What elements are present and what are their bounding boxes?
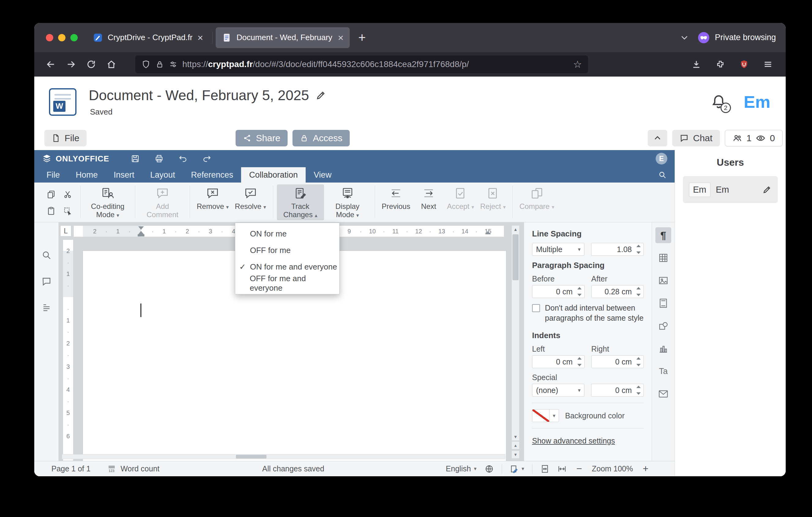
menu-tab-file[interactable]: File xyxy=(38,167,68,183)
comments-icon[interactable] xyxy=(41,276,52,287)
line-spacing-select[interactable]: Multiple▾ xyxy=(532,243,584,256)
vertical-scrollbar[interactable]: ▲ ▼ xyxy=(512,225,520,441)
spacing-before-spinner[interactable]: 0 cm xyxy=(532,285,585,298)
save-icon[interactable] xyxy=(130,154,140,163)
notifications-button[interactable]: 2 xyxy=(710,93,727,111)
next-change-button[interactable]: Next xyxy=(413,184,444,212)
editor-account-badge[interactable]: E xyxy=(656,153,667,164)
special-amount-spinner[interactable]: 0 cm xyxy=(591,384,644,397)
shape-settings-tab[interactable] xyxy=(655,318,671,334)
select-all-button[interactable] xyxy=(61,204,75,218)
headerfooter-settings-tab[interactable] xyxy=(655,295,671,311)
paragraph-settings-tab[interactable]: ¶ xyxy=(655,227,671,243)
tab-stop-selector[interactable]: L xyxy=(60,225,71,237)
page-indicator[interactable]: Page 1 of 1 xyxy=(51,464,91,473)
menu-item-off-for-me[interactable]: OFF for me xyxy=(235,242,339,258)
reload-button[interactable] xyxy=(83,56,100,73)
first-line-indent-marker[interactable] xyxy=(138,226,144,230)
no-fill-swatch[interactable] xyxy=(532,409,550,422)
previous-change-button[interactable]: Previous xyxy=(379,184,413,212)
lock-icon[interactable] xyxy=(155,60,164,69)
undo-icon[interactable] xyxy=(178,154,187,163)
menu-tab-references[interactable]: References xyxy=(183,167,241,183)
language-selector[interactable]: English▾ xyxy=(446,464,477,473)
color-dropdown-arrow[interactable]: ▾ xyxy=(550,409,559,422)
spellcheck-globe-icon[interactable] xyxy=(485,464,494,473)
scroll-down-arrow[interactable]: ▼ xyxy=(512,433,519,440)
chat-button[interactable]: Chat xyxy=(672,130,720,146)
textart-settings-tab[interactable]: Ta xyxy=(655,363,671,379)
word-count-button[interactable]: 123 Word count xyxy=(107,464,160,473)
next-page-button[interactable]: ▼ xyxy=(512,451,520,459)
left-indent-marker[interactable] xyxy=(138,231,144,234)
track-changes-status-button[interactable]: ▾ xyxy=(510,464,524,473)
menu-tab-home[interactable]: Home xyxy=(68,167,106,183)
indent-left-spinner[interactable]: 0 cm xyxy=(532,355,585,368)
paste-button[interactable] xyxy=(44,204,58,218)
close-tab-icon[interactable]: × xyxy=(338,33,344,43)
permissions-icon[interactable] xyxy=(169,60,177,69)
table-settings-tab[interactable] xyxy=(655,250,671,266)
access-button[interactable]: Access xyxy=(292,130,350,146)
resolve-comment-button[interactable]: Resolve ▾ xyxy=(232,184,269,212)
menu-hamburger-icon[interactable] xyxy=(759,56,777,73)
menu-tab-insert[interactable]: Insert xyxy=(106,167,143,183)
redo-icon[interactable] xyxy=(202,154,211,163)
special-indent-select[interactable]: (none)▾ xyxy=(532,384,584,397)
menu-item-on-for-me[interactable]: ON for me xyxy=(235,225,339,242)
no-interval-checkbox-row[interactable]: Don't add interval between paragraphs of… xyxy=(532,303,644,323)
spacing-after-spinner[interactable]: 0.28 cm xyxy=(591,285,644,298)
menu-tab-collaboration[interactable]: Collaboration xyxy=(241,167,306,183)
ruler-vertical[interactable]: 2·1··1·2·3·4·5·6 xyxy=(63,240,74,461)
zoom-in-button[interactable]: + xyxy=(641,463,650,474)
horizontal-scrollbar[interactable] xyxy=(62,454,505,459)
cut-button[interactable] xyxy=(61,187,75,201)
home-button[interactable] xyxy=(103,56,120,73)
advanced-settings-link[interactable]: Show advanced settings xyxy=(532,436,615,445)
menu-item-on-for-everyone[interactable]: ✓ ON for me and everyone xyxy=(235,258,339,275)
coediting-mode-button[interactable]: Co-editing Mode ▾ xyxy=(84,184,131,220)
navigation-headings-icon[interactable] xyxy=(41,303,52,313)
zoom-out-button[interactable]: − xyxy=(575,463,584,474)
horizontal-scroll-thumb[interactable] xyxy=(236,455,266,459)
image-settings-tab[interactable] xyxy=(655,273,671,289)
document-title[interactable]: Document - Wed, February 5, 2025 xyxy=(89,87,309,104)
downloads-icon[interactable] xyxy=(688,56,705,73)
share-button[interactable]: Share xyxy=(236,130,288,146)
previous-page-button[interactable]: ▲ xyxy=(512,441,520,449)
tab-document[interactable]: Document - Wed, February 5, 2 × xyxy=(216,27,350,48)
extensions-puzzle-icon[interactable] xyxy=(712,56,729,73)
fit-width-icon[interactable] xyxy=(557,464,567,473)
chart-settings-tab[interactable] xyxy=(655,341,671,356)
copy-button[interactable] xyxy=(44,187,58,201)
zoom-level[interactable]: Zoom 100% xyxy=(592,464,633,473)
close-window-button[interactable] xyxy=(46,34,53,42)
ublock-shield-icon[interactable] xyxy=(735,56,753,73)
url-bar[interactable]: https://cryptpad.fr/doc/#/3/doc/edit/ff0… xyxy=(135,55,588,73)
menu-item-off-for-everyone[interactable]: OFF for me and everyone xyxy=(235,275,339,292)
editor-search-button[interactable] xyxy=(658,167,675,183)
menu-tab-layout[interactable]: Layout xyxy=(142,167,183,183)
vertical-scroll-thumb[interactable] xyxy=(513,234,519,280)
track-changes-button[interactable]: Track Changes ▴ xyxy=(277,184,324,220)
remove-comment-button[interactable]: Remove ▾ xyxy=(194,184,232,212)
indent-right-spinner[interactable]: 0 cm xyxy=(591,355,644,368)
back-button[interactable] xyxy=(42,56,59,73)
collapse-toolbar-button[interactable] xyxy=(648,130,667,146)
new-tab-button[interactable]: + xyxy=(350,30,375,45)
background-color-picker[interactable]: ▾ xyxy=(532,409,559,422)
edit-title-pencil-icon[interactable] xyxy=(316,90,326,101)
mailmerge-settings-tab[interactable] xyxy=(655,386,671,402)
bookmark-star-icon[interactable]: ☆ xyxy=(573,58,582,70)
forward-button[interactable] xyxy=(62,56,80,73)
left-margin-marker[interactable] xyxy=(138,234,144,237)
minimize-window-button[interactable] xyxy=(58,34,65,42)
edit-name-pencil-icon[interactable] xyxy=(762,185,772,194)
file-menu-button[interactable]: File xyxy=(45,130,87,146)
right-indent-marker[interactable] xyxy=(485,231,491,234)
print-icon[interactable] xyxy=(154,154,164,163)
find-icon[interactable] xyxy=(41,250,52,260)
tab-cryptdrive[interactable]: CryptDrive - CryptPad.fr × xyxy=(87,27,209,48)
fit-page-icon[interactable] xyxy=(540,464,550,473)
checkbox[interactable] xyxy=(532,304,540,312)
